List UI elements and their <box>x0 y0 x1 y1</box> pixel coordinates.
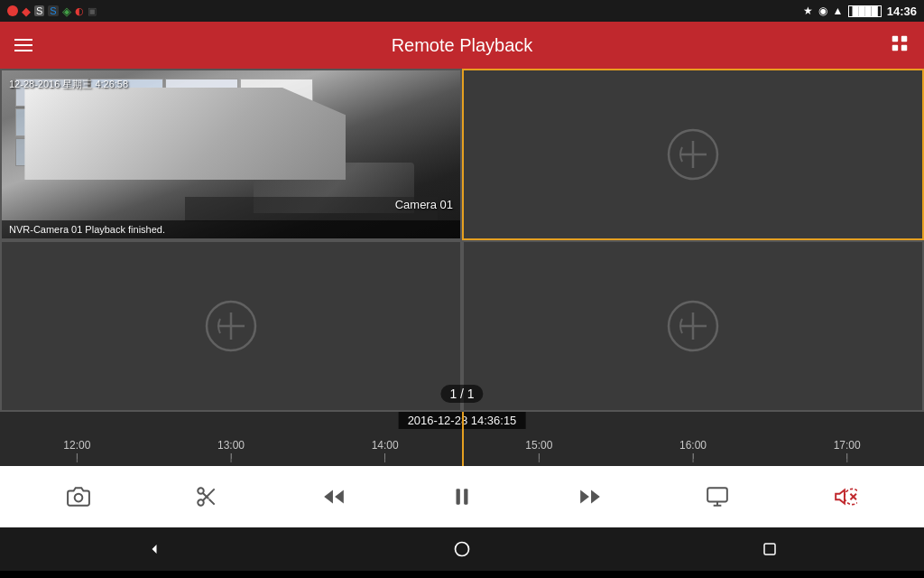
video-grid: 12-28-2016 星期三 4:26:58 Camera 01 NVR-Cam… <box>0 69 924 412</box>
page-title: Remote Playback <box>392 35 533 56</box>
svg-rect-22 <box>464 489 467 504</box>
app-icon-4: S <box>48 5 58 16</box>
svg-rect-2 <box>892 44 898 50</box>
svg-marker-33 <box>152 545 156 554</box>
status-icons-left: ◆ S S ◈ ◐ ▣ <box>7 5 97 18</box>
app-icon-2: ◆ <box>22 5 31 18</box>
time-display: 14:36 <box>887 5 917 18</box>
svg-point-32 <box>845 489 857 504</box>
layout-button[interactable] <box>696 475 739 518</box>
svg-rect-0 <box>892 35 898 41</box>
page-indicator: 1 / 1 <box>440 385 483 403</box>
svg-marker-19 <box>324 489 333 503</box>
time-label-12: 12:00 <box>0 439 154 459</box>
home-button[interactable] <box>440 527 484 571</box>
svg-point-34 <box>455 543 468 556</box>
screenshot-button[interactable] <box>57 475 100 518</box>
back-button[interactable] <box>133 527 176 571</box>
timeline-area[interactable]: 2016-12-28 14:36:15 12:00 13:00 14:00 15… <box>0 412 924 466</box>
time-label-13: 13:00 <box>154 439 309 459</box>
svg-marker-24 <box>580 489 589 503</box>
navigation-bar <box>0 527 924 571</box>
svg-rect-25 <box>708 488 728 501</box>
svg-marker-29 <box>836 489 845 503</box>
app-icon-5: ◈ <box>62 5 71 18</box>
pause-button[interactable] <box>440 475 484 518</box>
app-icon-1 <box>7 5 18 16</box>
svg-point-13 <box>75 494 83 502</box>
status-icons-right: ★ ◉ ▲ ████ 14:36 <box>803 5 917 18</box>
time-label-15: 15:00 <box>462 439 616 459</box>
video-cell-bottom-left[interactable] <box>0 240 462 412</box>
add-camera-icon-top-right <box>666 127 720 182</box>
camera-label: Camera 01 <box>395 198 453 211</box>
camera-timestamp: 12-28-2016 星期三 4:26:58 <box>9 78 128 91</box>
video-cell-bottom-right[interactable] <box>462 240 924 412</box>
wifi-icon: ▲ <box>833 5 844 17</box>
video-cell-top-right[interactable] <box>462 69 924 240</box>
time-label-17: 17:00 <box>770 439 924 459</box>
svg-marker-20 <box>335 489 344 503</box>
svg-rect-3 <box>901 44 907 50</box>
app-icon-3: S <box>34 5 44 16</box>
svg-rect-35 <box>764 544 775 555</box>
svg-marker-23 <box>591 489 600 503</box>
app-bar: Remote Playback <box>0 22 924 69</box>
time-label-16: 16:00 <box>616 439 771 459</box>
add-camera-icon-bottom-left <box>204 299 258 353</box>
svg-rect-21 <box>456 489 459 504</box>
add-camera-icon-bottom-right <box>666 299 720 353</box>
fast-forward-button[interactable] <box>568 475 612 518</box>
timeline-cursor[interactable] <box>462 412 464 466</box>
rewind-button[interactable] <box>312 475 356 518</box>
cut-button[interactable] <box>185 475 228 518</box>
svg-line-17 <box>208 499 214 505</box>
svg-rect-1 <box>901 35 907 41</box>
time-label-14: 14:00 <box>308 439 462 459</box>
mute-button[interactable] <box>824 475 867 518</box>
bluetooth-icon: ★ <box>803 5 813 17</box>
hamburger-menu-button[interactable] <box>14 39 32 51</box>
camera-status-text: NVR-Camera 01 Playback finished. <box>2 220 460 238</box>
video-cell-top-left[interactable]: 12-28-2016 星期三 4:26:58 Camera 01 NVR-Cam… <box>0 69 462 240</box>
grid-view-button[interactable] <box>890 33 910 58</box>
app-icon-6: ◐ <box>75 5 84 17</box>
status-bar: ◆ S S ◈ ◐ ▣ ★ ◉ ▲ ████ 14:36 <box>0 0 924 22</box>
recent-apps-button[interactable] <box>748 527 791 571</box>
signal-icon: ◉ <box>818 5 827 17</box>
svg-point-15 <box>198 499 204 506</box>
bottom-toolbar <box>0 466 924 527</box>
app-icon-7: ▣ <box>88 5 97 17</box>
battery-icon: ████ <box>848 5 881 17</box>
camera-feed <box>2 70 460 238</box>
